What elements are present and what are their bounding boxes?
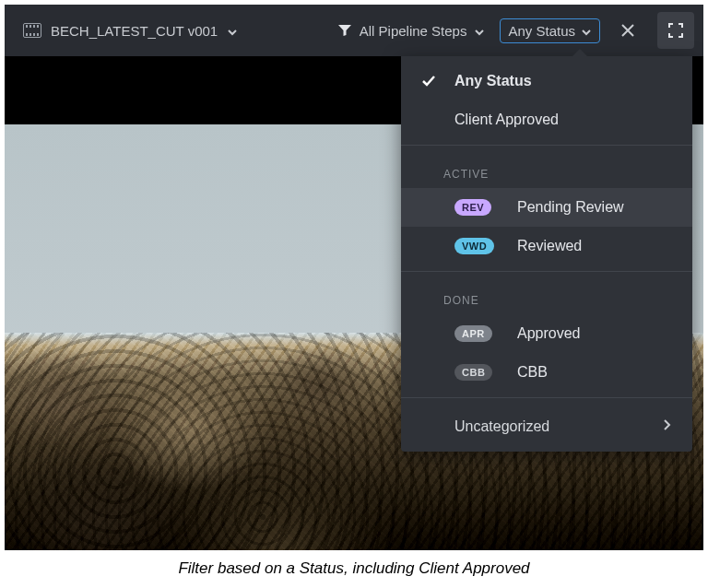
shot-selector[interactable]: BECH_LATEST_CUT v001 xyxy=(14,18,247,44)
fullscreen-button[interactable] xyxy=(657,12,694,49)
status-option-label: Any Status xyxy=(454,73,532,89)
funnel-icon xyxy=(337,23,352,38)
divider xyxy=(401,145,692,146)
status-option-any[interactable]: Any Status xyxy=(401,62,692,100)
chevron-down-icon xyxy=(581,25,592,36)
status-pill-vwd: VWD xyxy=(454,238,494,254)
status-option-label: Reviewed xyxy=(517,238,582,254)
status-dropdown: Any Status Client Approved ACTIVE REV Pe… xyxy=(401,56,692,452)
status-filter-label: Any Status xyxy=(508,23,575,39)
check-icon xyxy=(419,74,438,88)
status-option-reviewed[interactable]: VWD Reviewed xyxy=(401,227,692,265)
chevron-down-icon xyxy=(474,25,485,36)
film-icon xyxy=(23,23,41,38)
status-option-approved[interactable]: APR Approved xyxy=(401,314,692,353)
close-button[interactable] xyxy=(611,14,644,47)
divider xyxy=(401,271,692,272)
divider xyxy=(401,397,692,398)
status-option-label: Approved xyxy=(517,325,581,342)
status-option-label: Uncategorized xyxy=(454,418,549,435)
section-header-done: DONE xyxy=(401,277,692,314)
figure-caption: Filter based on a Status, including Clie… xyxy=(0,550,708,578)
app-frame: BECH_LATEST_CUT v001 All Pipeline Steps … xyxy=(5,5,703,550)
status-pill-rev: REV xyxy=(454,199,491,216)
status-option-label: CBB xyxy=(517,364,548,381)
status-pill-cbb: CBB xyxy=(454,364,492,381)
status-option-client-approved[interactable]: Client Approved xyxy=(401,100,692,139)
status-option-cbb[interactable]: CBB CBB xyxy=(401,353,692,392)
pipeline-filter-label: All Pipeline Steps xyxy=(360,23,467,39)
section-header-active: ACTIVE xyxy=(401,151,692,188)
status-option-label: Client Approved xyxy=(454,112,559,128)
status-pill-apr: APR xyxy=(454,325,492,342)
chevron-right-icon xyxy=(663,418,672,435)
status-filter[interactable]: Any Status xyxy=(500,18,600,43)
status-option-pending-review[interactable]: REV Pending Review xyxy=(401,188,692,227)
pipeline-steps-filter[interactable]: All Pipeline Steps xyxy=(330,18,493,44)
chevron-down-icon xyxy=(227,25,238,36)
status-option-label: Pending Review xyxy=(517,199,624,216)
shot-name-label: BECH_LATEST_CUT v001 xyxy=(51,23,218,39)
status-option-uncategorized[interactable]: Uncategorized xyxy=(401,404,692,450)
toolbar: BECH_LATEST_CUT v001 All Pipeline Steps … xyxy=(5,5,703,56)
